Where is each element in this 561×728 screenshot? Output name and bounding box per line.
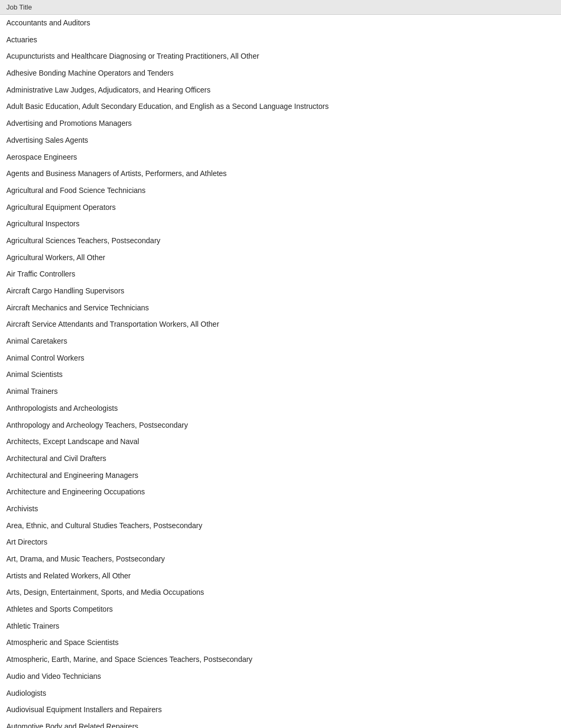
table-row[interactable]: Automotive Body and Related Repairers: [0, 718, 561, 728]
table-row[interactable]: Agricultural Inspectors: [0, 216, 561, 233]
table-row[interactable]: Art Directors: [0, 534, 561, 551]
table-row[interactable]: Acupuncturists and Healthcare Diagnosing…: [0, 48, 561, 65]
table-row[interactable]: Air Traffic Controllers: [0, 266, 561, 283]
table-row[interactable]: Art, Drama, and Music Teachers, Postseco…: [0, 551, 561, 568]
table-row[interactable]: Architectural and Engineering Managers: [0, 467, 561, 484]
table-row[interactable]: Aircraft Service Attendants and Transpor…: [0, 316, 561, 333]
table-row[interactable]: Archivists: [0, 501, 561, 518]
table-row[interactable]: Agricultural Equipment Operators: [0, 199, 561, 216]
table-row[interactable]: Advertising Sales Agents: [0, 132, 561, 149]
table-row[interactable]: Audiologists: [0, 685, 561, 702]
table-row[interactable]: Agricultural Sciences Teachers, Postseco…: [0, 233, 561, 250]
table-row[interactable]: Area, Ethnic, and Cultural Studies Teach…: [0, 518, 561, 535]
table-row[interactable]: Adult Basic Education, Adult Secondary E…: [0, 98, 561, 115]
table-row[interactable]: Audio and Video Technicians: [0, 668, 561, 685]
table-row[interactable]: Athletes and Sports Competitors: [0, 601, 561, 618]
job-title-table: Job Title Accountants and AuditorsActuar…: [0, 0, 561, 728]
table-row[interactable]: Architectural and Civil Drafters: [0, 450, 561, 467]
table-row[interactable]: Agents and Business Managers of Artists,…: [0, 165, 561, 182]
table-row[interactable]: Anthropologists and Archeologists: [0, 400, 561, 417]
table-row[interactable]: Aerospace Engineers: [0, 149, 561, 166]
table-row[interactable]: Architects, Except Landscape and Naval: [0, 434, 561, 450]
table-row[interactable]: Atmospheric, Earth, Marine, and Space Sc…: [0, 651, 561, 668]
table-row[interactable]: Animal Control Workers: [0, 350, 561, 367]
table-row[interactable]: Athletic Trainers: [0, 618, 561, 635]
column-header-job-title: Job Title: [0, 0, 561, 15]
table-row[interactable]: Architecture and Engineering Occupations: [0, 484, 561, 501]
table-row[interactable]: Agricultural and Food Science Technician…: [0, 182, 561, 199]
table-row[interactable]: Advertising and Promotions Managers: [0, 115, 561, 132]
table-row[interactable]: Animal Caretakers: [0, 333, 561, 350]
table-row[interactable]: Atmospheric and Space Scientists: [0, 634, 561, 651]
table-rows: Accountants and AuditorsActuariesAcupunc…: [0, 15, 561, 728]
table-row[interactable]: Animal Trainers: [0, 383, 561, 400]
table-row[interactable]: Adhesive Bonding Machine Operators and T…: [0, 65, 561, 82]
table-row[interactable]: Aircraft Mechanics and Service Technicia…: [0, 300, 561, 317]
table-row[interactable]: Arts, Design, Entertainment, Sports, and…: [0, 584, 561, 601]
table-row[interactable]: Agricultural Workers, All Other: [0, 250, 561, 266]
table-row[interactable]: Anthropology and Archeology Teachers, Po…: [0, 417, 561, 434]
table-row[interactable]: Audiovisual Equipment Installers and Rep…: [0, 702, 561, 718]
table-row[interactable]: Administrative Law Judges, Adjudicators,…: [0, 82, 561, 99]
table-row[interactable]: Accountants and Auditors: [0, 15, 561, 32]
table-row[interactable]: Animal Scientists: [0, 366, 561, 383]
table-row[interactable]: Artists and Related Workers, All Other: [0, 568, 561, 585]
table-row[interactable]: Aircraft Cargo Handling Supervisors: [0, 283, 561, 300]
table-row[interactable]: Actuaries: [0, 32, 561, 49]
